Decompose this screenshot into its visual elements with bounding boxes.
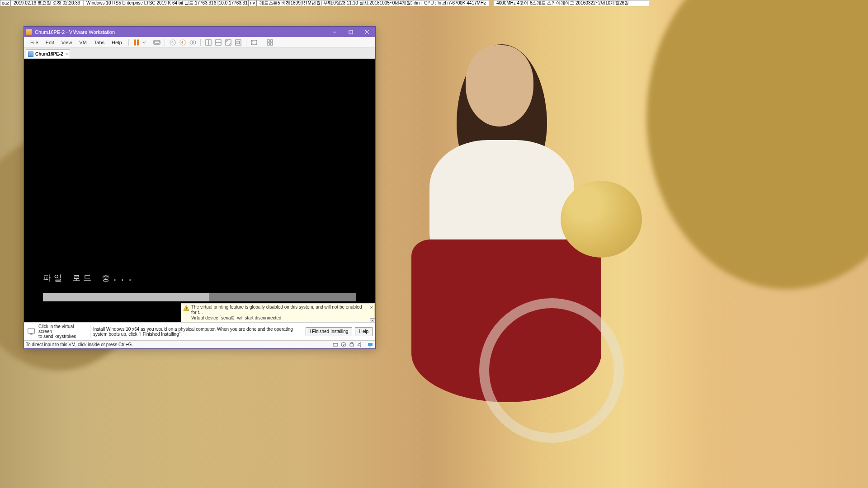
statusbar-text: To direct input to this VM, click inside… (26, 342, 133, 347)
console-view-button[interactable] (249, 38, 259, 47)
progress-fill (43, 293, 209, 301)
titlebar[interactable]: Chum16PE-2 - VMware Workstation (24, 27, 375, 37)
menu-file[interactable]: File (27, 40, 42, 45)
info-widget: rfv레드스톤5 버전1809[RTM년월] 부팅:0일23:11:10 설치:… (248, 0, 406, 6)
installbar-close-icon[interactable]: × (370, 318, 375, 323)
close-tab-icon[interactable]: × (66, 52, 68, 56)
notif-close-icon[interactable]: × (370, 305, 373, 310)
vmware-window: Chum16PE-2 - VMware Workstation FileEdit… (24, 26, 376, 349)
tip-text: Click in the virtual screen to send keys… (38, 324, 87, 339)
install-help-bar: × Click in the virtual screen to send ke… (24, 322, 375, 340)
device-cd-icon[interactable] (340, 342, 347, 348)
info-value: 레드스톤5 버전1809[RTM년월] 부팅:0일23:11:10 설치:201… (257, 0, 424, 6)
power-pause-button[interactable] (132, 38, 142, 47)
svg-point-13 (192, 41, 196, 44)
svg-rect-20 (237, 41, 240, 44)
separator (200, 39, 201, 46)
unity-button[interactable] (233, 38, 243, 47)
separator (149, 39, 149, 46)
svg-rect-19 (236, 40, 241, 45)
separator (165, 39, 165, 46)
menu-edit[interactable]: Edit (42, 40, 58, 45)
svg-rect-38 (369, 347, 371, 347)
minimize-button[interactable] (326, 27, 343, 37)
info-value: CPU : Intel i7-6700K 4417MHz (421, 0, 489, 6)
menu-view[interactable]: View (58, 40, 76, 45)
close-button[interactable] (359, 27, 375, 37)
svg-rect-5 (137, 40, 139, 45)
separator (262, 39, 262, 46)
wallpaper-figure (393, 27, 665, 434)
svg-rect-25 (270, 43, 273, 45)
svg-rect-24 (267, 43, 269, 45)
notification-banner: The virtual printing feature is globally… (181, 303, 375, 322)
loading-text: 파일 로드 중... (43, 272, 135, 283)
figure-flowers (561, 181, 642, 258)
help-button[interactable]: Help (355, 327, 373, 336)
vm-icon (28, 52, 33, 57)
svg-point-28 (186, 310, 187, 310)
info-widget: qaz2019.02.16 토요일 오전 02:20:33 (0, 0, 83, 6)
svg-rect-23 (270, 40, 273, 42)
tip-line-1: Click in the virtual screen (38, 324, 87, 334)
window-controls (326, 27, 375, 37)
separator (128, 39, 129, 46)
vm-viewport[interactable]: 파일 로드 중... The virtual printing feature … (24, 59, 375, 322)
install-message: Install Windows 10 x64 as you would on a… (93, 327, 306, 337)
separator (246, 39, 246, 46)
menu-tabs[interactable]: Tabs (90, 40, 108, 45)
device-display-icon[interactable] (367, 342, 373, 348)
statusbar-devices (332, 342, 373, 348)
svg-rect-21 (251, 40, 257, 45)
fullscreen-button[interactable] (223, 38, 233, 47)
svg-rect-7 (155, 41, 159, 43)
window-title: Chum16PE-2 - VMware Workstation (35, 29, 326, 35)
snapshot-manager-button[interactable] (188, 38, 198, 47)
figure-bike-wheel (479, 298, 624, 443)
power-menu-chevron[interactable] (142, 41, 146, 44)
info-value: 2019.02.16 토요일 오전 02:20:33 (11, 0, 83, 6)
menu-help[interactable]: Help (108, 40, 126, 45)
svg-rect-29 (28, 328, 34, 333)
maximize-button[interactable] (343, 27, 359, 37)
tab-row: Chum16PE-2 × (24, 48, 375, 59)
vm-tab-label: Chum16PE-2 (35, 52, 63, 56)
separator (90, 325, 90, 338)
svg-rect-35 (351, 343, 353, 344)
tip-line-2: to send keystrokes (38, 334, 87, 339)
system-info-strip: qaz2019.02.16 토요일 오전 02:20:33Windows 10 … (0, 0, 868, 6)
figure-head (466, 45, 533, 127)
snapshot-take-button[interactable] (168, 38, 178, 47)
svg-rect-22 (267, 40, 269, 42)
snapshot-revert-button[interactable] (178, 38, 188, 47)
fit-window-button[interactable] (213, 38, 223, 47)
finished-installing-button[interactable]: I Finished Installing (306, 327, 353, 336)
fit-guest-button[interactable] (203, 38, 213, 47)
svg-marker-36 (358, 343, 361, 347)
vm-tab[interactable]: Chum16PE-2 × (26, 49, 70, 58)
svg-rect-37 (368, 343, 373, 346)
menu-vm[interactable]: VM (75, 40, 90, 45)
info-value: Windows 10 RS5 Enterprise LTSC 2019 K 64… (84, 0, 255, 6)
device-printer-icon[interactable] (349, 342, 355, 348)
svg-point-32 (341, 343, 346, 347)
thumbnail-view-button[interactable] (265, 38, 275, 47)
info-tag: ihn (412, 0, 421, 6)
info-value: 4000MHz 4코어 8스레드 스카이레이크 20160322~2년10개월2… (494, 0, 649, 6)
warning-icon (183, 305, 189, 311)
notif-line-2: Virtual device `serial0` will start disc… (191, 315, 368, 321)
info-tag: rfv (248, 0, 257, 6)
vmware-app-icon (26, 29, 32, 35)
send-ctrl-alt-del-button[interactable] (152, 38, 162, 47)
info-widget: Windows 10 RS5 Enterprise LTSC 2019 K 64… (84, 0, 240, 6)
info-tag: qaz (0, 0, 11, 6)
menubar: FileEditViewVMTabsHelp (24, 37, 375, 48)
info-widget: 4000MHz 4코어 8스레드 스카이레이크 20160322~2년10개월2… (494, 0, 649, 6)
device-hdd-icon[interactable] (332, 342, 339, 348)
info-widget: ihnCPU : Intel i7-6700K 4417MHz (412, 0, 486, 6)
separator (365, 342, 365, 347)
bokeh-tree (646, 0, 868, 289)
device-sound-icon[interactable] (357, 342, 363, 348)
svg-rect-30 (30, 333, 32, 334)
notif-line-1: The virtual printing feature is globally… (191, 305, 368, 315)
